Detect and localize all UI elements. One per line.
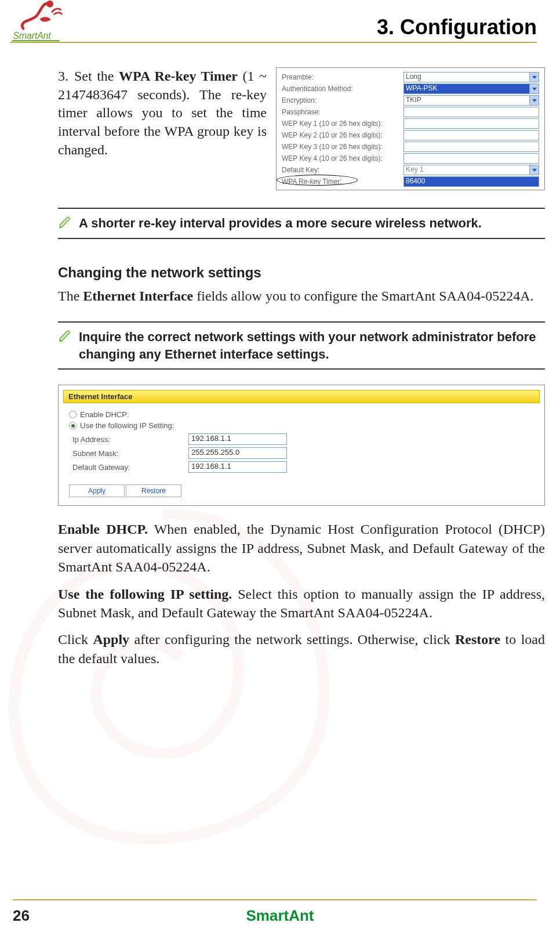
default-gateway-input[interactable]: 192.168.1.1	[188, 461, 287, 473]
apply-restore-desc: Click Apply after configuring the networ…	[58, 630, 545, 668]
restore-button[interactable]: Restore	[126, 484, 181, 497]
wep-key1-input[interactable]	[403, 118, 539, 129]
step-3-text: 3.Set the WPA Re-key Timer (1 ~ 21474836…	[58, 67, 267, 190]
wep-key4-input[interactable]	[403, 153, 539, 164]
use-ip-radio[interactable]: Use the following IP Setting:	[69, 421, 534, 430]
encryption-select[interactable]: TKIP	[403, 95, 539, 106]
note-admin: Inquire the correct network settings wit…	[58, 321, 545, 370]
step-3-block: 3.Set the WPA Re-key Timer (1 ~ 21474836…	[58, 67, 545, 190]
pencil-icon	[58, 215, 73, 230]
smartant-logo: SmartAnt	[10, 0, 64, 45]
svg-point-0	[46, 1, 53, 8]
ip-address-input[interactable]: 192.168.1.1	[188, 433, 287, 445]
wpa-settings-screenshot: Preamble:Long Authentication Method:WPA-…	[276, 67, 545, 190]
rekey-timer-input[interactable]: 86400	[403, 176, 539, 187]
svg-text:SmartAnt: SmartAnt	[13, 31, 52, 41]
enable-dhcp-radio[interactable]: Enable DHCP:	[69, 410, 534, 419]
panel-title: Ethernet Interface	[63, 390, 540, 403]
default-key-select[interactable]: Key 1	[403, 165, 539, 175]
note-rekey: A shorter re-key interval provides a mor…	[58, 208, 545, 239]
apply-button[interactable]: Apply	[69, 484, 125, 497]
use-ip-desc: Use the following IP setting. Select thi…	[58, 585, 545, 623]
wep-key3-input[interactable]	[403, 142, 539, 152]
pencil-icon	[58, 328, 73, 343]
subnet-mask-input[interactable]: 255.255.255.0	[188, 447, 287, 459]
wep-key2-input[interactable]	[403, 130, 539, 140]
section-intro: The Ethernet Interface fields allow you …	[58, 287, 545, 305]
passphrase-input[interactable]	[403, 107, 539, 117]
section-heading-network: Changing the network settings	[58, 265, 545, 281]
footer-rule	[13, 899, 537, 900]
ethernet-interface-screenshot: Ethernet Interface Enable DHCP: Use the …	[58, 385, 545, 506]
header-rule	[10, 42, 537, 43]
enable-dhcp-desc: Enable DHCP. When enabled, the Dynamic H…	[58, 520, 545, 576]
auth-method-select[interactable]: WPA-PSK	[403, 84, 539, 94]
rekey-timer-highlight	[277, 175, 358, 186]
footer-brand: SmartAnt	[0, 907, 560, 925]
preamble-select[interactable]: Long	[403, 72, 539, 82]
chapter-title: 3. Configuration	[377, 15, 537, 39]
